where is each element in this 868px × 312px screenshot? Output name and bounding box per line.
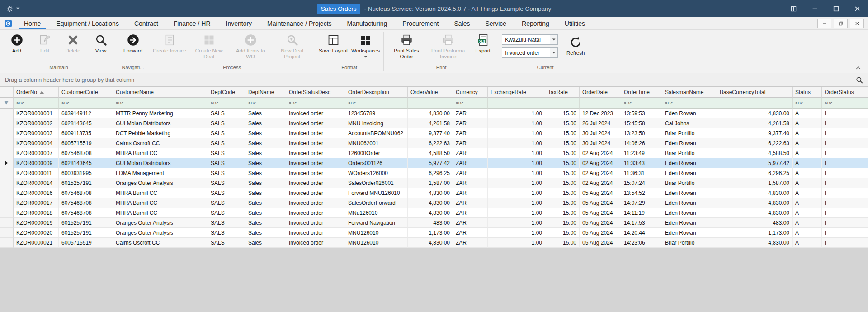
column-header-salesmanname[interactable]: SalesmanName	[662, 87, 717, 98]
chevron-down-icon[interactable]	[550, 48, 557, 57]
filter-cell-exchangerate[interactable]: =	[488, 98, 545, 109]
column-header-orderstatus[interactable]: OrderStatus	[822, 87, 868, 98]
close-button[interactable]	[847, 0, 868, 17]
ribbon-button-refresh[interactable]: Refresh	[561, 33, 590, 56]
cell-orderdescription: WOrders126000	[345, 168, 408, 178]
column-header-customercode[interactable]: CustomerCode	[59, 87, 113, 98]
filter-cell-status[interactable]: aBc	[793, 98, 822, 109]
tab-contract[interactable]: Contract	[127, 17, 166, 29]
filter-cell-orderdate[interactable]: =	[580, 98, 621, 109]
filter-cell-deptcode[interactable]: aBc	[208, 98, 245, 109]
cell-salesmanname: Eden Rowan	[662, 188, 717, 198]
ribbon-button-print-sales-order[interactable]: Print Sales Order	[386, 31, 427, 65]
tab-inventory[interactable]: Inventory	[218, 17, 260, 29]
window-panels-button[interactable]	[783, 0, 804, 17]
cell-orderno: KZOR0000021	[14, 238, 59, 248]
chevron-down-icon[interactable]	[550, 35, 557, 44]
filter-cell-deptname[interactable]: aBc	[245, 98, 286, 109]
grid-row[interactable]: KZOR00000146015257191Oranges Outer Analy…	[0, 178, 868, 188]
collapse-ribbon-button[interactable]	[853, 65, 863, 71]
tab-home[interactable]: Home	[16, 17, 48, 29]
grid-row[interactable]: KZOR00000206015257191Oranges Outer Analy…	[0, 228, 868, 238]
cell-basecurrencytotal: 4,830.00	[717, 188, 793, 198]
filter-cell-taxrate[interactable]: =	[545, 98, 580, 109]
column-header-ordervalue[interactable]: OrderValue	[408, 87, 453, 98]
tab-service[interactable]: Service	[477, 17, 514, 29]
document-close-button[interactable]	[850, 19, 864, 28]
grid-row[interactable]: KZOR00000196015257191Oranges Outer Analy…	[0, 218, 868, 228]
filter-cell-basecurrencytotal[interactable]: =	[717, 98, 793, 109]
filter-cell-orderno[interactable]: aBc	[14, 98, 59, 109]
grid-row[interactable]: KZOR00000176075468708MHRA Burhill CCSALS…	[0, 198, 868, 208]
cell-orderno: KZOR0000016	[14, 188, 59, 198]
tab-manufacturing[interactable]: Manufacturing	[340, 17, 395, 29]
cell-ordertime: 11:33:43	[621, 158, 662, 168]
column-header-deptcode[interactable]: DeptCode	[208, 87, 245, 98]
cell-ordertime: 14:20:44	[621, 228, 662, 238]
column-header-orderstatusdesc[interactable]: OrderStatusDesc	[286, 87, 345, 98]
row-indicator-cell	[0, 158, 14, 168]
grid-row[interactable]: KZOR00000046005715519Cairns Oscroft CCSA…	[0, 138, 868, 148]
column-header-orderdescription[interactable]: OrderDescription	[345, 87, 408, 98]
application-icon[interactable]	[0, 17, 16, 29]
document-minimize-button[interactable]	[817, 19, 831, 28]
column-header-exchangerate[interactable]: ExchangeRate	[488, 87, 545, 98]
column-header-orderno[interactable]: OrderNo	[14, 87, 59, 98]
grid-row[interactable]: KZOR00000186075468708MHRA Burhill CCSALS…	[0, 208, 868, 218]
column-header-ordertime[interactable]: OrderTime	[621, 87, 662, 98]
tab-maintenance-projects[interactable]: Maintenance / Projects	[259, 17, 339, 29]
filter-cell-customercode[interactable]: aBc	[59, 98, 113, 109]
column-header-currency[interactable]: Currency	[453, 87, 488, 98]
grid-row[interactable]: KZOR00000076075468708MHRA Burhill CCSALS…	[0, 148, 868, 158]
filter-cell-ordervalue[interactable]: =	[408, 98, 453, 109]
filter-cell-orderstatusdesc[interactable]: aBc	[286, 98, 345, 109]
column-header-status[interactable]: Status	[793, 87, 822, 98]
grid-row[interactable]: KZOR00000166075468708MHRA Burhill CCSALS…	[0, 188, 868, 198]
order-type-dropdown[interactable]: Invoiced order	[502, 47, 558, 58]
column-header-customername[interactable]: CustomerName	[113, 87, 208, 98]
filter-cell-customername[interactable]: aBc	[113, 98, 208, 109]
cell-ordertime: 14:06:26	[621, 138, 662, 148]
tab-procurement[interactable]: Procurement	[395, 17, 446, 29]
cell-customername: Cairns Oscroft CC	[113, 138, 208, 148]
column-header-taxrate[interactable]: TaxRate	[545, 87, 580, 98]
filter-indicator-cell[interactable]	[0, 98, 14, 109]
grid-search-button[interactable]	[856, 76, 863, 84]
minimize-button[interactable]	[804, 0, 826, 17]
cell-customername: MHRA Burhill CC	[113, 148, 208, 158]
tab-utilities[interactable]: Utilities	[557, 17, 593, 29]
column-header-orderdate[interactable]: OrderDate	[580, 87, 621, 98]
ribbon-button-label: View	[95, 48, 107, 54]
ribbon-button-workspaces[interactable]: Workspaces	[349, 31, 382, 65]
cell-orderno: KZOR0000001	[14, 109, 59, 118]
ribbon-button-save-layout[interactable]: Save Layout	[317, 31, 349, 65]
maximize-button[interactable]	[826, 0, 847, 17]
ribbon-button-export[interactable]: XLSExport	[469, 31, 497, 65]
grid-row[interactable]: KZOR00000036009113735DCT Pebble Marketin…	[0, 128, 868, 138]
filter-cell-salesmanname[interactable]: aBc	[662, 98, 717, 109]
filter-cell-orderstatus[interactable]: aBc	[822, 98, 868, 109]
grid-row[interactable]: KZOR00000216005715519Cairns Oscroft CCSA…	[0, 238, 868, 248]
grid-row[interactable]: KZOR00000116003931995FDMA ManagementSALS…	[0, 168, 868, 178]
text-filter-icon: aBc	[16, 100, 24, 105]
filter-cell-orderdescription[interactable]: aBc	[345, 98, 408, 109]
grid-row[interactable]: KZOR00000026028143645GUI Molan Distribut…	[0, 118, 868, 128]
grid-row[interactable]: KZOR00000096028143645GUI Molan Distribut…	[0, 158, 868, 168]
ribbon-button-view[interactable]: View	[87, 31, 115, 65]
tab-reporting[interactable]: Reporting	[514, 17, 557, 29]
groupby-bar[interactable]: Drag a column header here to group by th…	[0, 73, 868, 87]
tab-finance-hr[interactable]: Finance / HR	[166, 17, 218, 29]
column-header-basecurrencytotal[interactable]: BaseCurrencyTotal	[717, 87, 793, 98]
tab-equipment-locations[interactable]: Equipment / Locations	[48, 17, 127, 29]
filter-cell-currency[interactable]: aBc	[453, 98, 488, 109]
region-dropdown[interactable]: KwaZulu-Natal	[502, 34, 558, 45]
row-indicator-cell	[0, 138, 14, 148]
grid-row[interactable]: KZOR00000016039149112MTTR Penny Marketin…	[0, 109, 868, 118]
ribbon-button-forward[interactable]: Forward	[119, 31, 147, 65]
quick-access-toolbar[interactable]	[0, 5, 20, 13]
filter-cell-ordertime[interactable]: aBc	[621, 98, 662, 109]
tab-sales[interactable]: Sales	[446, 17, 477, 29]
document-restore-button[interactable]	[834, 19, 848, 28]
column-header-deptname[interactable]: DeptName	[245, 87, 286, 98]
ribbon-button-add[interactable]: Add	[3, 31, 31, 65]
